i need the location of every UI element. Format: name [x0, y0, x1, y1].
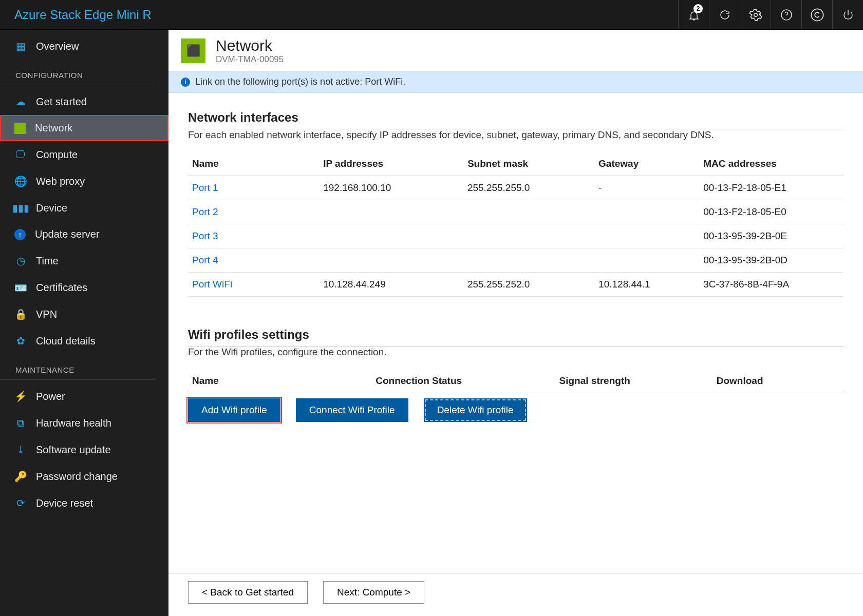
cell-ip	[319, 200, 463, 224]
bolt-icon: ⚡	[14, 390, 27, 402]
notification-count-badge: 2	[693, 4, 703, 13]
cloud-icon: ☁	[14, 95, 27, 108]
nav-label: Overview	[36, 41, 79, 52]
key-icon: 🔑	[14, 470, 27, 483]
copyright-icon	[810, 8, 824, 22]
th-subnet: Subnet mask	[463, 152, 594, 176]
lock-icon: 🔒	[14, 308, 27, 320]
port-link[interactable]: Port 1	[192, 182, 218, 193]
nav-time[interactable]: ◷Time	[0, 247, 168, 274]
th-mac: MAC addresses	[699, 152, 843, 176]
notifications-button[interactable]: 2	[678, 0, 709, 29]
help-button[interactable]	[771, 0, 801, 29]
cell-ip: 10.128.44.249	[319, 273, 463, 297]
nav-device[interactable]: ▮▮▮Device	[0, 195, 168, 221]
power-button[interactable]	[832, 0, 863, 29]
refresh-icon	[719, 9, 731, 21]
info-icon: i	[181, 78, 190, 87]
brand-title: Azure Stack Edge Mini R	[0, 8, 152, 22]
cell-subnet	[463, 224, 594, 248]
table-row: Port 300-13-95-39-2B-0E	[188, 224, 843, 248]
cell-gw: 10.128.44.1	[594, 273, 699, 297]
page-header: ⬛ Network DVM-TMA-00095	[168, 30, 863, 71]
download-icon: ⤓	[14, 444, 27, 456]
copyright-button[interactable]	[801, 0, 832, 29]
cell-mac: 00-13-F2-18-05-E0	[699, 200, 843, 224]
nav-certificates[interactable]: 🪪Certificates	[0, 274, 168, 301]
delete-wifi-profile-button[interactable]: Delete Wifi profile	[424, 398, 527, 422]
cell-ip: 192.168.100.10	[319, 176, 463, 200]
footer-nav: < Back to Get started Next: Compute >	[168, 573, 863, 616]
th-wifi-name: Name	[188, 369, 371, 393]
next-button[interactable]: Next: Compute >	[323, 581, 424, 604]
wifi-button-row: Add Wifi profile Connect Wifi Profile De…	[188, 398, 843, 422]
connect-wifi-profile-button[interactable]: Connect Wifi Profile	[296, 398, 408, 422]
th-ip: IP addresses	[319, 152, 463, 176]
cell-subnet	[463, 200, 594, 224]
th-name: Name	[188, 152, 319, 176]
th-wifi-ss: Signal strength	[555, 369, 712, 393]
cell-ip	[319, 248, 463, 273]
nav-overview[interactable]: ▦Overview	[0, 33, 168, 60]
back-button[interactable]: < Back to Get started	[188, 581, 308, 604]
network-icon	[14, 123, 26, 134]
nav-get-started[interactable]: ☁Get started	[0, 88, 168, 115]
port-link[interactable]: Port 3	[192, 230, 218, 241]
arrow-up-circle-icon: ↑	[14, 229, 26, 240]
svg-point-0	[754, 13, 757, 16]
nav-label: Device	[36, 202, 67, 214]
main-content: ⬛ Network DVM-TMA-00095 i Link on the fo…	[168, 30, 863, 616]
nav-label: VPN	[36, 309, 57, 320]
nav-network[interactable]: Network	[0, 115, 168, 141]
nav-label: Certificates	[36, 282, 87, 294]
nav-software-update[interactable]: ⤓Software update	[0, 436, 168, 463]
nav-password-change[interactable]: 🔑Password change	[0, 463, 168, 490]
info-banner-text: Link on the following port(s) is not act…	[195, 76, 405, 87]
gear-icon	[749, 8, 762, 22]
nav-cloud-details[interactable]: ✿Cloud details	[0, 328, 168, 354]
port-link[interactable]: Port 4	[192, 255, 218, 265]
nav-power[interactable]: ⚡Power	[0, 383, 168, 410]
port-link[interactable]: Port WiFi	[192, 279, 232, 290]
nav-hardware-health[interactable]: ⧉Hardware health	[0, 410, 168, 436]
cell-gw	[594, 224, 699, 248]
wifi-profiles-table: Name Connection Status Signal strength D…	[188, 369, 843, 393]
certificate-icon: 🪪	[14, 281, 27, 294]
cloud-gear-icon: ✿	[14, 335, 27, 347]
table-row: Port 200-13-F2-18-05-E0	[188, 200, 843, 224]
network-interfaces-table: Name IP addresses Subnet mask Gateway MA…	[188, 152, 843, 297]
nav-label: Web proxy	[36, 176, 85, 187]
table-row: Port 1192.168.100.10255.255.255.0-00-13-…	[188, 176, 843, 200]
cell-mac: 00-13-95-39-2B-0E	[699, 224, 843, 248]
cell-mac: 00-13-F2-18-05-E1	[699, 176, 843, 200]
content-area: Network interfaces For each enabled netw…	[168, 93, 863, 573]
info-banner: i Link on the following port(s) is not a…	[168, 71, 863, 93]
cell-subnet: 255.255.252.0	[463, 273, 594, 297]
nav-label: Compute	[36, 149, 78, 161]
refresh-button[interactable]	[709, 0, 740, 29]
bars-icon: ▮▮▮	[14, 202, 27, 214]
nav-vpn[interactable]: 🔒VPN	[0, 301, 168, 328]
svg-point-2	[811, 9, 823, 21]
add-wifi-profile-button[interactable]: Add Wifi profile	[188, 398, 280, 422]
table-row: Port WiFi10.128.44.249255.255.252.010.12…	[188, 273, 843, 297]
network-interfaces-heading: Network interfaces	[188, 110, 843, 125]
sidebar-section-config: CONFIGURATION	[0, 60, 155, 85]
power-icon	[842, 9, 854, 21]
nav-web-proxy[interactable]: 🌐Web proxy	[0, 168, 168, 195]
page-logo-icon: ⬛	[181, 38, 205, 63]
nav-update-server[interactable]: ↑Update server	[0, 221, 168, 247]
nav-label: Time	[36, 255, 59, 267]
sidebar-section-maint: MAINTENANCE	[0, 354, 155, 380]
th-wifi-cs: Connection Status	[371, 369, 555, 393]
cell-ip	[319, 224, 463, 248]
settings-button[interactable]	[740, 0, 771, 29]
port-link[interactable]: Port 2	[192, 206, 218, 217]
reset-icon: ⟳	[14, 497, 27, 509]
th-gateway: Gateway	[594, 152, 699, 176]
heartbeat-icon: ⧉	[14, 417, 27, 429]
wifi-profiles-desc: For the Wifi profiles, configure the con…	[188, 346, 843, 358]
nav-device-reset[interactable]: ⟳Device reset	[0, 490, 168, 516]
nav-compute[interactable]: 🖵Compute	[0, 141, 168, 168]
help-icon	[780, 9, 793, 21]
